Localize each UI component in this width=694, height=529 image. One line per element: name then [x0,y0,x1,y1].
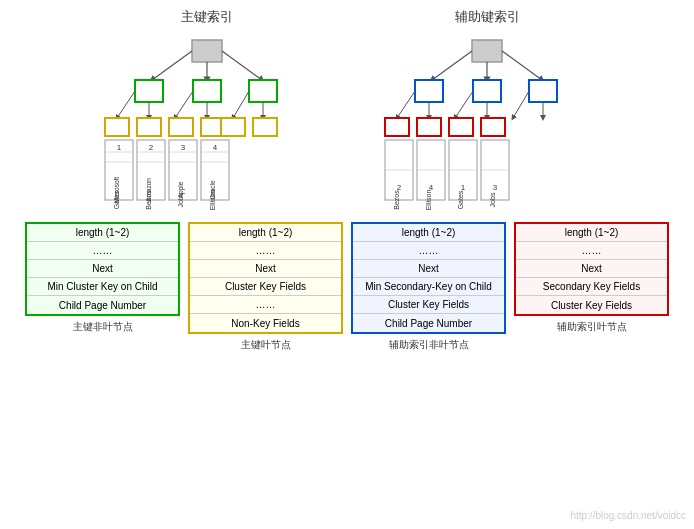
secondary-leaf-label: 辅助索引叶节点 [557,320,627,334]
svg-rect-18 [253,118,277,136]
svg-line-44 [432,51,472,80]
svg-rect-17 [221,118,245,136]
svg-rect-0 [192,40,222,62]
svg-text:Bezos: Bezos [393,190,400,210]
svg-line-54 [513,91,529,118]
primary-non-leaf-card: length (1~2) …… Next Min Cluster Key on … [25,222,180,316]
card-row: Min Secondary-Key on Child [353,278,504,296]
card-row: length (1~2) [190,224,341,242]
primary-leaf-card: length (1~2) …… Next Cluster Key Fields … [188,222,343,334]
svg-text:4: 4 [429,183,434,192]
primary-tree-group: 主键索引 [97,8,317,212]
svg-line-3 [222,51,262,80]
svg-text:Ellison: Ellison [425,190,432,211]
card-row: length (1~2) [27,224,178,242]
card-row: …… [516,242,667,260]
secondary-tree-group: 辅助键索引 [377,8,597,212]
svg-line-50 [397,91,415,118]
trees-section: 主键索引 [4,8,690,212]
svg-text:2: 2 [397,183,402,192]
secondary-leaf-card: length (1~2) …… Next Secondary Key Field… [514,222,669,316]
svg-rect-15 [169,118,193,136]
svg-text:3: 3 [181,143,186,152]
primary-tree-svg: 1 Gates Microsoft 2 Bezos Amazon 3 Jobs … [97,32,317,212]
card-row: Cluster Key Fields [190,278,341,296]
card-row: Next [190,260,341,278]
card-row: Cluster Key Fields [353,296,504,314]
primary-leaf-wrapper: length (1~2) …… Next Cluster Key Fields … [188,222,343,352]
card-row: length (1~2) [516,224,667,242]
svg-rect-43 [472,40,502,62]
svg-rect-5 [193,80,221,102]
primary-tree-title: 主键索引 [181,8,233,26]
card-row: Secondary Key Fields [516,278,667,296]
secondary-non-leaf-wrapper: length (1~2) …… Next Min Secondary-Key o… [351,222,506,352]
secondary-non-leaf-card: length (1~2) …… Next Min Secondary-Key o… [351,222,506,334]
svg-text:Oracle: Oracle [209,180,216,200]
card-row: …… [353,242,504,260]
svg-rect-13 [105,118,129,136]
main-container: 主键索引 [0,0,694,364]
secondary-leaf-wrapper: length (1~2) …… Next Secondary Key Field… [514,222,669,352]
svg-text:3: 3 [493,183,498,192]
card-row: …… [190,242,341,260]
svg-rect-57 [417,118,441,136]
svg-text:Microsoft: Microsoft [113,177,120,204]
svg-line-52 [455,91,473,118]
card-row: length (1~2) [353,224,504,242]
watermark: http://blog.csdn.net/voidcc [570,510,686,521]
svg-line-11 [233,91,249,118]
card-row: Non-Key Fields [190,314,341,332]
primary-non-leaf-wrapper: length (1~2) …… Next Min Cluster Key on … [25,222,180,352]
svg-rect-6 [249,80,277,102]
card-row: Next [27,260,178,278]
svg-text:2: 2 [149,143,154,152]
secondary-tree-svg: Bezos 2 Ellison 4 Gates 1 Jobs 3 [377,32,597,212]
card-row: Next [516,260,667,278]
secondary-non-leaf-label: 辅助索引非叶节点 [389,338,469,352]
primary-leaf-label: 主键叶节点 [241,338,291,352]
card-row: Child Page Number [353,314,504,332]
card-row: Next [353,260,504,278]
svg-text:1: 1 [461,183,466,192]
svg-text:4: 4 [213,143,218,152]
svg-rect-14 [137,118,161,136]
svg-rect-49 [529,80,557,102]
svg-rect-56 [385,118,409,136]
card-row: Cluster Key Fields [516,296,667,314]
svg-text:Amazon: Amazon [145,178,152,202]
svg-text:1: 1 [117,143,122,152]
card-row: …… [190,296,341,314]
card-row: Min Cluster Key on Child [27,278,178,296]
svg-rect-48 [473,80,501,102]
cards-section: length (1~2) …… Next Min Cluster Key on … [14,222,680,352]
card-row: …… [27,242,178,260]
svg-text:Jobs: Jobs [489,192,496,207]
svg-text:Apple: Apple [177,181,185,198]
svg-rect-4 [135,80,163,102]
svg-text:Gates: Gates [457,190,464,209]
primary-non-leaf-label: 主键非叶节点 [73,320,133,334]
card-row: Child Page Number [27,296,178,314]
svg-line-9 [175,91,193,118]
svg-rect-47 [415,80,443,102]
svg-rect-59 [481,118,505,136]
secondary-tree-title: 辅助键索引 [455,8,520,26]
svg-line-1 [152,51,192,80]
svg-rect-58 [449,118,473,136]
svg-line-46 [502,51,542,80]
svg-line-7 [117,91,135,118]
